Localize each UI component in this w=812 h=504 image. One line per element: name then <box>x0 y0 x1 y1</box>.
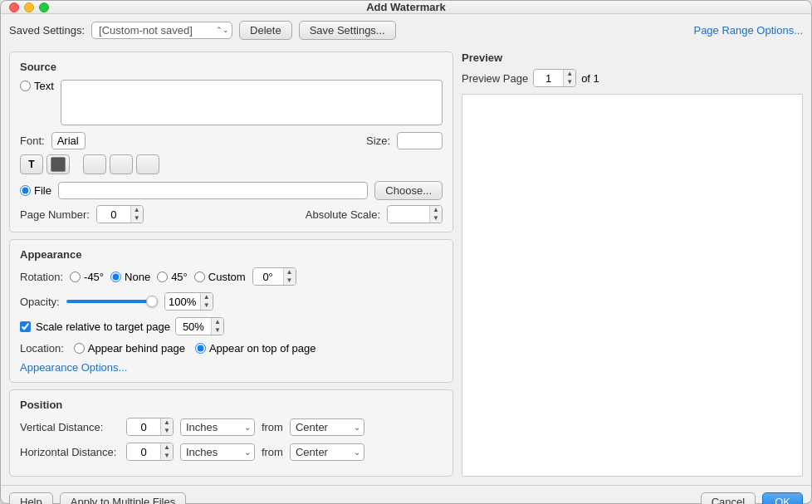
absolute-scale-down[interactable]: ▼ <box>430 214 442 223</box>
horizontal-up[interactable]: ▲ <box>161 443 173 452</box>
preview-of-label: of 1 <box>581 72 599 85</box>
vertical-from-label: from <box>262 421 283 433</box>
close-button[interactable] <box>9 2 19 12</box>
text-radio-label[interactable]: Text <box>20 80 54 92</box>
preview-page-input[interactable] <box>534 71 563 86</box>
scale-down[interactable]: ▼ <box>212 326 223 335</box>
opacity-input[interactable] <box>165 294 200 310</box>
align-right-button[interactable] <box>136 154 159 174</box>
preview-page-spinbox: ▲ ▼ <box>533 69 576 87</box>
page-number-arrows: ▲ ▼ <box>130 206 143 223</box>
color-button[interactable] <box>46 154 70 174</box>
horizontal-distance-label: Horizontal Distance: <box>20 446 120 458</box>
rotation-value-input[interactable] <box>253 269 283 285</box>
page-range-options-link[interactable]: Page Range Options... <box>693 24 803 37</box>
vertical-spinbox: ▲ ▼ <box>126 418 174 436</box>
align-center-button[interactable] <box>110 154 133 174</box>
right-panel: Preview Preview Page ▲ ▼ of 1 <box>462 51 803 477</box>
bold-button[interactable]: T <box>20 154 43 174</box>
vertical-arrows: ▲ ▼ <box>160 418 173 435</box>
rotation-up[interactable]: ▲ <box>284 268 296 276</box>
opacity-slider[interactable] <box>66 300 158 303</box>
file-radio-label[interactable]: File <box>20 184 51 197</box>
rotation-row: Rotation: -45° None 45° <box>20 267 443 286</box>
font-row: Font: Arial Size: <box>20 132 443 149</box>
rotation-neg45-radio[interactable] <box>70 272 81 282</box>
preview-canvas <box>462 94 803 477</box>
window: Add Watermark Saved Settings: [Custom-no… <box>0 0 812 504</box>
apply-multiple-button[interactable]: Apply to Multiple Files <box>60 492 186 504</box>
vertical-down[interactable]: ▼ <box>161 427 173 435</box>
help-button[interactable]: Help <box>9 492 53 504</box>
size-select[interactable] <box>397 132 443 149</box>
appear-behind-label[interactable]: Appear behind page <box>74 342 185 355</box>
opacity-up[interactable]: ▲ <box>201 293 213 301</box>
horizontal-unit-select[interactable]: Inches Centimeters Points <box>180 443 255 461</box>
absolute-scale-input[interactable] <box>388 207 429 223</box>
scale-row: Scale relative to target page ▲ ▼ <box>20 317 443 335</box>
traffic-lights <box>9 2 49 12</box>
page-number-down[interactable]: ▼ <box>131 214 143 223</box>
horizontal-distance-row: Horizontal Distance: ▲ ▼ Inches Centimet… <box>20 443 443 461</box>
rotation-custom-label[interactable]: Custom <box>194 271 246 283</box>
position-title: Position <box>20 399 443 411</box>
scale-up[interactable]: ▲ <box>212 318 223 326</box>
opacity-down[interactable]: ▼ <box>201 301 213 310</box>
page-number-label: Page Number: <box>20 208 90 221</box>
vertical-up[interactable]: ▲ <box>161 418 173 427</box>
maximize-button[interactable] <box>39 2 49 12</box>
font-select[interactable]: Arial <box>51 132 86 149</box>
align-left-button[interactable] <box>83 154 106 174</box>
vertical-input[interactable] <box>127 419 160 435</box>
preview-page-down[interactable]: ▼ <box>564 78 575 86</box>
scale-label: Scale relative to target page <box>36 321 170 333</box>
opacity-spinbox: ▲ ▼ <box>164 292 213 311</box>
vertical-from-wrap: Center Top Bottom <box>290 418 364 436</box>
cancel-button[interactable]: Cancel <box>701 492 756 504</box>
appear-behind-radio[interactable] <box>74 343 85 354</box>
horizontal-from-label: from <box>262 446 283 458</box>
preview-page-up[interactable]: ▲ <box>564 70 575 78</box>
scale-input[interactable] <box>176 319 211 335</box>
appearance-options-row: Appearance Options... <box>20 361 443 374</box>
appearance-options-link[interactable]: Appearance Options... <box>20 361 127 374</box>
format-row: T <box>20 154 443 174</box>
location-row: Location: Appear behind page Appear on t… <box>20 342 443 355</box>
saved-settings-row: Saved Settings: [Custom-not saved] Delet… <box>1 14 811 43</box>
save-settings-button[interactable]: Save Settings... <box>299 21 396 40</box>
vertical-unit-wrap: Inches Centimeters Points <box>180 418 255 436</box>
text-radio[interactable] <box>20 81 31 91</box>
location-label: Location: <box>20 342 64 355</box>
minimize-button[interactable] <box>24 2 34 12</box>
file-path-input[interactable]: <No source file selected> <box>58 182 368 199</box>
vertical-unit-select[interactable]: Inches Centimeters Points <box>180 418 255 436</box>
rotation-none-radio[interactable] <box>110 272 121 282</box>
vertical-from-select[interactable]: Center Top Bottom <box>290 418 364 436</box>
delete-button[interactable]: Delete <box>239 21 292 40</box>
rotation-neg45-label[interactable]: -45° <box>70 271 104 283</box>
rotation-custom-radio[interactable] <box>194 272 205 282</box>
horizontal-spinbox: ▲ ▼ <box>126 443 174 461</box>
rotation-none-label[interactable]: None <box>110 271 150 283</box>
scale-checkbox[interactable] <box>20 321 31 332</box>
appear-on-top-radio[interactable] <box>195 343 206 354</box>
saved-settings-label: Saved Settings: <box>9 24 85 37</box>
text-input[interactable] <box>61 80 443 125</box>
title-bar: Add Watermark <box>1 1 811 14</box>
horizontal-input[interactable] <box>127 444 160 460</box>
ok-button[interactable]: OK <box>762 492 803 504</box>
horizontal-down[interactable]: ▼ <box>161 452 173 460</box>
file-radio[interactable] <box>20 185 31 196</box>
choose-button[interactable]: Choose... <box>374 181 443 200</box>
rotation-pos45-radio[interactable] <box>157 272 168 282</box>
appear-on-top-label[interactable]: Appear on top of page <box>195 342 316 355</box>
absolute-scale-up[interactable]: ▲ <box>430 206 442 214</box>
horizontal-from-select[interactable]: Center Left Right <box>290 443 364 461</box>
horizontal-unit-wrap: Inches Centimeters Points <box>180 443 255 461</box>
rotation-down[interactable]: ▼ <box>284 276 296 285</box>
rotation-pos45-label[interactable]: 45° <box>157 271 188 283</box>
window-title: Add Watermark <box>366 1 446 13</box>
page-number-up[interactable]: ▲ <box>131 206 143 214</box>
saved-settings-select[interactable]: [Custom-not saved] <box>91 22 232 39</box>
page-number-input[interactable] <box>97 207 130 223</box>
